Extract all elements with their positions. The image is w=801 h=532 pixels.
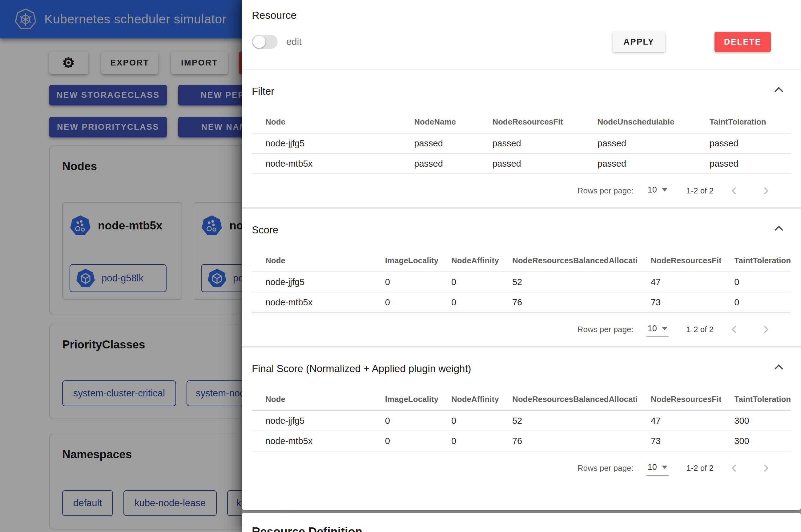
column-header: NodeUnschedulable [584,111,696,133]
cell-value: passed [401,133,479,153]
table-row: node-jjfg5 0 0 52 47 0 [252,272,791,292]
cell-value: 0 [438,411,499,431]
pagination-range: 1-2 of 2 [687,463,714,473]
table-row: node-jjfg5 passed passed passed passed [252,133,791,153]
pagination-range: 1-2 of 2 [687,325,714,334]
pagination-range: 1-2 of 2 [687,186,714,195]
resource-detail-card: Resource edit APPLY DELETE Filter [242,0,801,510]
rows-per-page-value: 10 [648,185,657,195]
cell-value: 0 [438,292,499,312]
table-row: node-jjfg5 0 0 52 47 300 [252,411,791,431]
cell-node: node-mtb5x [252,431,371,451]
caret-down-icon [662,327,668,330]
previous-page-button[interactable] [726,182,744,200]
final-score-section-head: Final Score (Normalized + Applied plugin… [252,362,791,376]
rows-per-page-label: Rows per page: [578,463,634,473]
column-header: TaintToleration [721,250,791,272]
column-header: Node [252,111,401,133]
previous-page-button[interactable] [726,459,744,477]
cell-node: node-mtb5x [252,292,371,312]
collapse-final-score-button[interactable] [771,362,785,376]
collapse-score-button[interactable] [771,223,785,237]
rows-per-page-label: Rows per page: [578,325,634,334]
cell-value: 76 [499,431,637,451]
score-section-title: Score [252,224,278,236]
chevron-left-icon [731,187,739,194]
chevron-right-icon [761,326,768,333]
score-pagination: Rows per page: 10 1-2 of 2 [252,313,791,346]
rows-per-page-value: 10 [648,462,657,472]
rows-per-page-select[interactable]: 10 [647,461,669,476]
table-header-row: Node ImageLocality NodeAffinity NodeReso… [252,388,791,411]
chevron-up-icon [775,226,783,234]
cell-value: 0 [438,431,499,451]
collapse-filter-button[interactable] [771,84,785,98]
table-row: node-mtb5x 0 0 76 73 300 [252,431,791,451]
score-section-head: Score [252,223,791,237]
column-header: NodeAffinity [438,250,499,272]
filter-section: Filter Node NodeName NodeResourcesFit No… [242,70,801,207]
column-header: NodeResourcesFit [479,111,584,133]
edit-toggle[interactable] [252,35,278,49]
final-score-section: Final Score (Normalized + Applied plugin… [242,347,801,484]
final-score-section-title: Final Score (Normalized + Applied plugin… [252,363,471,375]
table-row: node-mtb5x 0 0 76 73 0 [252,292,791,312]
delete-button[interactable]: DELETE [714,32,771,52]
table-header-row: Node NodeName NodeResourcesFit NodeUnsch… [252,111,791,133]
column-header: TaintToleration [696,111,791,133]
column-header: Node [252,250,371,272]
cell-node: node-jjfg5 [252,133,401,153]
final-score-table: Node ImageLocality NodeAffinity NodeReso… [252,388,791,452]
cell-value: 300 [721,431,791,451]
next-page-button[interactable] [756,182,774,200]
cell-value: passed [479,153,584,174]
cell-value: 52 [499,272,637,292]
rows-per-page-value: 10 [648,324,657,333]
cell-value: passed [479,133,584,153]
filter-pagination: Rows per page: 10 1-2 of 2 [252,174,791,207]
column-header: NodeAffinity [438,388,499,411]
rows-per-page-select[interactable]: 10 [647,183,669,198]
cell-value: 73 [637,292,721,312]
rows-per-page-select[interactable]: 10 [647,322,669,337]
chevron-up-icon [775,364,783,373]
cell-value: 47 [637,411,721,431]
cell-value: 0 [438,272,499,292]
column-header: NodeResourcesBalancedAllocation [499,388,637,411]
column-header: ImageLocality [371,388,438,411]
chevron-right-icon [761,464,768,472]
resource-dialog: Resource edit APPLY DELETE Filter [242,0,801,532]
chevron-left-icon [731,464,739,472]
next-page-button[interactable] [756,459,774,477]
cell-value: passed [584,153,696,174]
caret-down-icon [662,466,668,469]
final-score-pagination: Rows per page: 10 1-2 of 2 [252,452,791,484]
next-page-button[interactable] [756,320,774,339]
column-header: Node [252,388,371,411]
table-row: node-mtb5x passed passed passed passed [252,153,791,174]
cell-node: node-jjfg5 [252,272,371,292]
cell-value: passed [401,153,479,174]
caret-down-icon [662,188,668,192]
cell-value: passed [696,153,791,174]
score-section: Score Node ImageLocality NodeAffinity No… [242,209,801,346]
edit-toggle-thumb [253,36,265,48]
resource-actions: edit APPLY DELETE [252,32,791,52]
rows-per-page-label: Rows per page: [578,186,634,195]
resource-definition-card: Resource Definition [242,513,801,532]
filter-section-title: Filter [252,86,274,97]
table-header-row: Node ImageLocality NodeAffinity NodeReso… [252,250,791,272]
previous-page-button[interactable] [726,320,744,339]
column-header: TaintToleration [721,388,791,411]
cell-node: node-jjfg5 [252,411,371,431]
cell-value: 76 [499,292,637,312]
apply-button[interactable]: APPLY [613,32,665,52]
column-header: NodeName [401,111,479,133]
filter-section-head: Filter [252,84,791,98]
cell-value: 73 [637,431,721,451]
cell-value: 300 [721,411,791,431]
column-header: NodeResourcesBalancedAllocation [499,250,637,272]
filter-table: Node NodeName NodeResourcesFit NodeUnsch… [252,111,791,174]
chevron-right-icon [761,187,768,194]
cell-node: node-mtb5x [252,153,401,174]
